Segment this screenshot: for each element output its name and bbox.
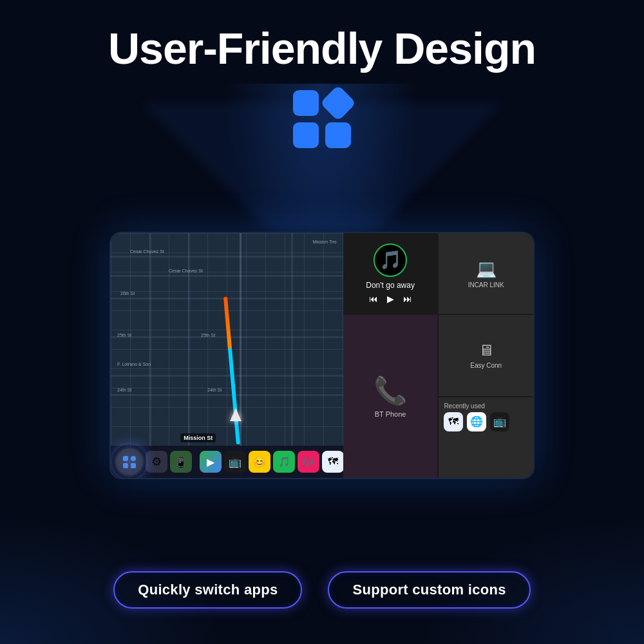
play-button[interactable]: ▶	[387, 294, 394, 304]
incar-link-widget[interactable]: 💻 INCAR LINK	[439, 233, 533, 314]
dock-maps-icon[interactable]: 🗺	[322, 451, 343, 473]
quickly-switch-badge: Quickly switch apps	[113, 571, 302, 609]
easy-conn-label: Easy Conn	[470, 362, 502, 369]
app-icon-sq2	[293, 122, 319, 148]
dock-settings-icon[interactable]: ⚙	[146, 451, 167, 473]
page-title: User-Friendly Design	[0, 0, 644, 73]
bt-phone-label: BT Phone	[375, 410, 406, 418]
recent-maps-icon[interactable]: 🗺	[444, 412, 463, 431]
nav-arrow	[230, 408, 242, 421]
recent-chrome-icon[interactable]: 🌐	[467, 412, 486, 431]
spotify-widget: 🎵 Don't go away ⏮ ▶ ⏭	[343, 233, 438, 314]
map-area: Cesar Chavez St Cesar Chavez St 26th St …	[111, 233, 343, 478]
recent-tv-icon[interactable]: 📺	[490, 412, 509, 431]
recently-icons-row: 🗺 🌐 📺	[444, 412, 528, 431]
dock-music-icon[interactable]: 🎶	[298, 451, 319, 473]
easy-conn-icon: 🖥	[478, 341, 494, 359]
car-screen: Cesar Chavez St Cesar Chavez St 26th St …	[109, 232, 535, 479]
app-icon-sq3	[325, 122, 351, 148]
support-custom-icons-badge: Support custom icons	[328, 571, 530, 609]
feature-badges-row: Quickly switch apps Support custom icons	[0, 571, 644, 609]
prev-button[interactable]: ⏮	[369, 294, 378, 304]
easy-conn-widget[interactable]: 🖥 Easy Conn	[439, 315, 533, 395]
incar-link-icon: 💻	[476, 259, 497, 279]
song-title: Don't go away	[366, 281, 415, 290]
app-icon-diamond	[320, 85, 357, 122]
mission-st-label: Mission St	[180, 433, 216, 442]
dock-play-icon[interactable]: ▶	[200, 451, 222, 473]
recently-label: Recently used	[444, 402, 528, 410]
dock-home-area[interactable]	[116, 448, 143, 475]
bt-phone-widget[interactable]: 📞 BT Phone	[343, 315, 438, 478]
app-icon-cluster	[293, 90, 351, 148]
dock-screen-mirror-icon[interactable]: 📱	[170, 451, 192, 473]
app-icon-sq1	[293, 90, 319, 116]
dock-emoji-icon[interactable]: 😊	[249, 451, 270, 473]
spotify-logo-icon: 🎵	[379, 249, 402, 270]
bt-phone-icon: 📞	[374, 375, 407, 406]
playback-controls[interactable]: ⏮ ▶ ⏭	[369, 294, 412, 304]
right-panel: 🎵 Don't go away ⏮ ▶ ⏭ 💻 INCAR LINK	[343, 233, 533, 478]
next-button[interactable]: ⏭	[403, 294, 412, 304]
dock-youtube-icon[interactable]: 📺	[224, 451, 246, 473]
dock-bar: ⚙ 📱 ▶ 📺 😊	[111, 446, 343, 478]
dock-spotify-icon[interactable]: 🎵	[273, 451, 295, 473]
recently-used-widget: Recently used 🗺 🌐 📺	[439, 397, 533, 478]
spotify-album-art: 🎵	[374, 243, 407, 277]
incar-link-label: INCAR LINK	[468, 281, 504, 289]
